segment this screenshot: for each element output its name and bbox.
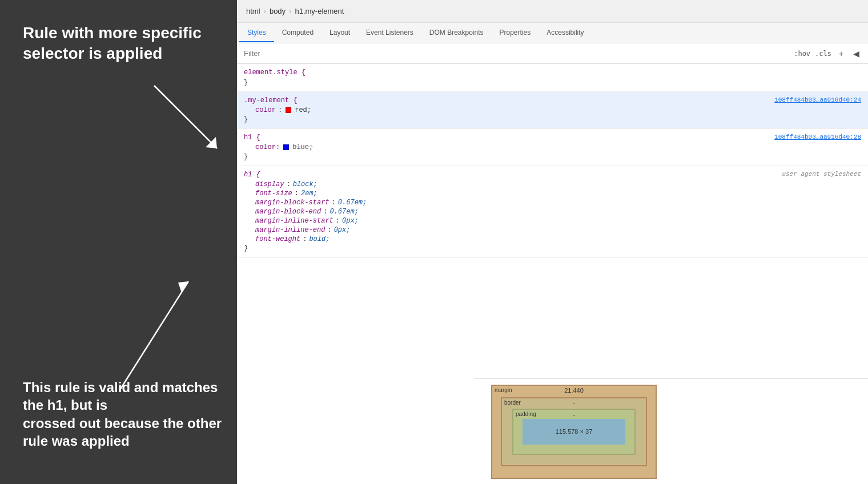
breadcrumb-html[interactable]: html <box>246 7 260 15</box>
breadcrumb-element[interactable]: h1.my-element <box>295 7 344 15</box>
box-border-label: border <box>504 400 521 406</box>
css-section-h1-user-agent: h1 { user agent stylesheet display: bloc… <box>237 166 868 258</box>
rule-header-h1-user-agent: h1 { user agent stylesheet <box>237 170 868 180</box>
toggle-element-state-button[interactable]: ◀ <box>851 49 861 59</box>
css-property-h1-color: color: blue; <box>237 143 868 152</box>
breadcrumb: html › body › h1.my-element <box>237 0 868 23</box>
css-section-h1-rule: h1 { 108ff484b03…aa916d40:28 color: blue… <box>237 129 868 166</box>
css-property-my-element-color: color : red; <box>237 106 868 115</box>
prop-name-h1-color[interactable]: color: <box>255 143 280 151</box>
box-content-size: 115.578 × 37 <box>556 428 593 435</box>
rule-header-element-style: element.style { <box>237 67 868 78</box>
box-content-area: 115.578 × 37 <box>523 419 625 445</box>
css-section-element-style: element.style { } <box>237 64 868 92</box>
css-property-ua-margin-inline-end: margin-inline-end: 0px; <box>237 225 868 235</box>
css-source-h1-rule[interactable]: 108ff484b03…aa916d40:28 <box>774 134 861 140</box>
prop-name-my-element-color[interactable]: color <box>255 106 276 114</box>
css-close-brace-my-element: } <box>237 115 868 125</box>
hov-button[interactable]: :hov <box>794 50 810 58</box>
css-source-my-element[interactable]: 108ff484b03…aa916d40:24 <box>774 96 861 103</box>
css-selector-element-style: element.style { <box>244 68 306 76</box>
arrow-top-icon <box>148 80 228 160</box>
arrow-bottom-icon <box>114 270 206 396</box>
prop-value-h1-color[interactable]: blue; <box>292 143 313 151</box>
prop-value-my-element-color[interactable]: red; <box>295 106 311 114</box>
color-swatch-blue[interactable] <box>283 144 289 150</box>
css-close-brace-h1-rule: } <box>237 152 868 162</box>
svg-line-0 <box>154 86 217 148</box>
filter-input[interactable] <box>244 49 794 58</box>
box-border-value: - <box>573 400 575 406</box>
tab-dom-breakpoints[interactable]: DOM Breakpoints <box>421 24 492 42</box>
svg-marker-3 <box>178 281 188 293</box>
filter-controls: :hov .cls + ◀ <box>794 49 861 59</box>
css-property-ua-margin-inline-start: margin-inline-start: 0px; <box>237 216 868 225</box>
filter-bar: :hov .cls + ◀ <box>237 43 868 64</box>
css-property-ua-margin-block-end: margin-block-end: 0.67em; <box>237 207 868 216</box>
devtools-panel: html › body › h1.my-element Styles Compu… <box>237 0 868 484</box>
box-padding-value: - <box>573 411 575 418</box>
box-margin-value: 21.440 <box>564 387 584 394</box>
box-margin-label: margin <box>495 387 512 393</box>
css-selector-h1-rule[interactable]: h1 { <box>244 134 260 142</box>
css-section-my-element: .my-element { 108ff484b03…aa916d40:24 co… <box>237 92 868 129</box>
tab-layout[interactable]: Layout <box>322 24 358 42</box>
css-property-ua-margin-block-start: margin-block-start: 0.67em; <box>237 198 868 207</box>
rule-header-h1-rule: h1 { 108ff484b03…aa916d40:28 <box>237 132 868 143</box>
css-property-ua-display: display: block; <box>237 180 868 189</box>
tab-styles[interactable]: Styles <box>239 24 274 42</box>
breadcrumb-body[interactable]: body <box>270 7 286 15</box>
annotation-top: Rule with more specific selector is appl… <box>23 23 202 64</box>
box-border-area: border - padding - 115.578 × 37 <box>501 397 647 466</box>
css-close-brace-element-style: } <box>237 78 868 88</box>
add-style-rule-button[interactable]: + <box>836 49 846 59</box>
color-swatch-red[interactable] <box>286 107 291 113</box>
annotation-bottom: This rule is valid and matches the h1, b… <box>23 378 237 450</box>
rule-header-my-element: .my-element { 108ff484b03…aa916d40:24 <box>237 95 868 106</box>
tab-accessibility[interactable]: Accessibility <box>539 24 592 42</box>
css-source-h1-user-agent: user agent stylesheet <box>782 171 861 178</box>
tab-computed[interactable]: Computed <box>274 24 322 42</box>
svg-line-2 <box>120 281 188 390</box>
tabs-bar: Styles Computed Layout Event Listeners D… <box>237 23 868 43</box>
tab-event-listeners[interactable]: Event Listeners <box>358 24 421 42</box>
box-model-diagram: margin 21.440 border - padding - 115.578… <box>491 385 657 479</box>
css-property-ua-fontsize: font-size: 2em; <box>237 189 868 198</box>
tab-properties[interactable]: Properties <box>492 24 539 42</box>
box-padding-label: padding <box>516 411 536 417</box>
box-model-section: margin 21.440 border - padding - 115.578… <box>474 378 868 484</box>
box-padding-area: padding - 115.578 × 37 <box>512 409 636 455</box>
css-selector-h1-user-agent[interactable]: h1 { <box>244 171 260 179</box>
cls-button[interactable]: .cls <box>815 50 831 58</box>
css-selector-my-element[interactable]: .my-element { <box>244 96 298 104</box>
left-annotation-panel: Rule with more specific selector is appl… <box>0 0 237 484</box>
css-property-ua-font-weight: font-weight: bold; <box>237 235 868 244</box>
css-close-brace-h1-ua: } <box>237 244 868 254</box>
